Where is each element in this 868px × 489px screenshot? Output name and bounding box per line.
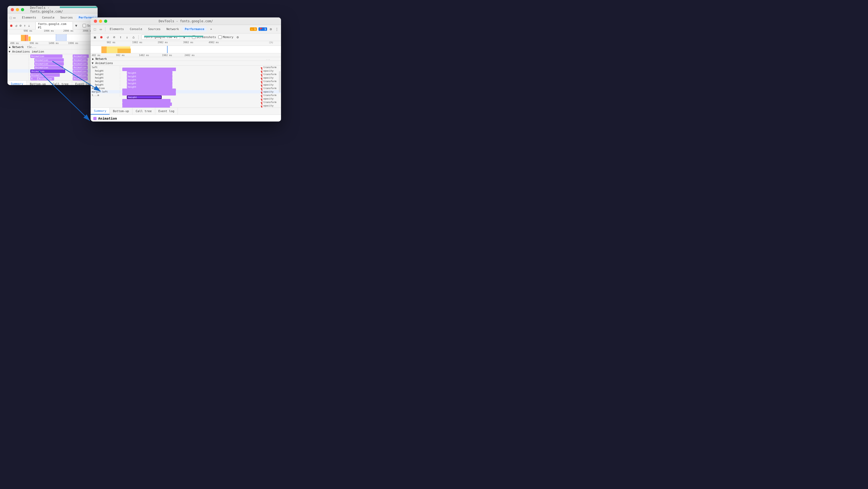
tab-sources[interactable]: Sources [58, 15, 75, 20]
tab-elements[interactable]: Elements [20, 15, 38, 20]
anim-bar-7c[interactable]: Animation [73, 77, 88, 81]
anim-bar-2b[interactable]: Animation [73, 58, 88, 62]
reload-icon[interactable]: ↺ [15, 24, 18, 28]
anim-row2-anim: Animation transform [91, 87, 281, 90]
reload-icon-2[interactable]: ↺ [106, 35, 110, 39]
memory-checkbox-2[interactable]: Memory [218, 35, 234, 39]
cursor-icon[interactable]: ⬚ [10, 16, 12, 20]
anim2-h5[interactable]: height [127, 85, 173, 89]
color-box-2 [93, 117, 96, 120]
flame-2c [118, 49, 131, 53]
animations-header-2[interactable]: ▼ Animations [91, 61, 281, 66]
ruler-mark-2996: 2996 ms [63, 30, 73, 32]
maximize-button-2[interactable] [104, 20, 107, 23]
cpu-label: CPU [269, 41, 273, 44]
left-label-margin: margin-left [92, 90, 108, 93]
close-button-2[interactable] [94, 20, 97, 23]
left-label-h3: height [95, 77, 104, 79]
anim-row-5: Animation Animation [7, 69, 98, 73]
anim-bar-1b[interactable]: Animation [73, 55, 89, 58]
tab-console[interactable]: Console [40, 15, 57, 20]
dropdown-icon[interactable]: ▼ [75, 24, 77, 28]
right-label-1: transform [262, 66, 281, 69]
maximize-button-1[interactable] [21, 8, 24, 11]
tab-eventlog-2[interactable]: Event log [155, 108, 178, 115]
upload-icon-2[interactable]: ↑ [119, 35, 123, 39]
tab-bottomup-1[interactable]: Bottom-up [27, 81, 49, 85]
ruler-1496: 1496 ms [49, 42, 59, 44]
tab-more-2[interactable]: » [208, 27, 214, 32]
anim-bar-6b[interactable]: Animation [73, 73, 88, 77]
anim2-h4[interactable]: height [127, 82, 173, 85]
anim-row-3: Animation Animation [7, 62, 98, 65]
scrollbar[interactable] [279, 71, 280, 93]
download-icon-2[interactable]: ↓ [125, 35, 129, 39]
anim2-h2[interactable]: height [127, 74, 173, 78]
tab-summary-2[interactable]: Summary [91, 108, 110, 115]
anim2-h3[interactable]: height [127, 78, 173, 82]
timeline-ruler-top-2: 982 ms 1982 ms 2982 ms 3982 ms 4982 ms C… [91, 41, 281, 46]
anim-bar-1a[interactable]: Animation [30, 55, 62, 58]
timeline-ruler-top-1: 996 ms 1996 ms 2996 ms 3996 ms [7, 30, 98, 34]
tab-calltree-2[interactable]: Call tree [132, 108, 155, 115]
anim-row2-extra1: opacity [91, 97, 281, 100]
cursor-icon-2[interactable]: ⬚ [93, 27, 97, 31]
minimize-button-2[interactable] [99, 20, 102, 23]
more-icon-2[interactable]: ⋮ [275, 27, 279, 31]
ruler2-982b: 982 ms [116, 54, 125, 57]
tab-network-2[interactable]: Network [164, 27, 181, 32]
right-label-margin: opacity [262, 90, 281, 93]
record-icon-2[interactable]: ⏺ [99, 35, 103, 39]
anim2-extra1[interactable] [122, 99, 170, 102]
anim-bar-2a[interactable]: Animation [34, 58, 64, 62]
devtools-window-2: DevTools - fonts.google.com/ ⬚ ▭ Element… [91, 18, 281, 122]
anim-bar-selected[interactable]: Animation [30, 69, 65, 73]
tab-bottomup-2[interactable]: Bottom-up [110, 108, 132, 115]
settings-icon-3[interactable]: ⚙ [269, 27, 273, 31]
flame-2 [25, 35, 28, 41]
tab-calltree-1[interactable]: Call tree [49, 81, 72, 85]
settings-icon-4[interactable]: ⚙ [236, 35, 240, 39]
close-button-1[interactable] [11, 8, 14, 11]
animations-section: ▼ Animations imation Animation Animation… [7, 49, 98, 81]
anim-bar-3b[interactable]: Animation [73, 62, 88, 65]
anim2-extra3[interactable] [122, 106, 170, 108]
anim-row-6: Animation Animation [7, 73, 98, 77]
clear-icon-2[interactable]: ⊘ [112, 35, 116, 39]
download-icon[interactable]: ↓ [28, 24, 30, 28]
anim2-margin[interactable] [122, 92, 176, 95]
record-icon[interactable]: ⏺ [10, 24, 13, 28]
anim-bar-3a[interactable]: Animation [34, 62, 64, 65]
anim2-tm-selected[interactable]: height [127, 95, 162, 99]
flame-3 [28, 36, 31, 41]
anim-bar-6a[interactable]: Animation [30, 73, 60, 77]
animations-header[interactable]: ▼ Animations imation [7, 49, 98, 54]
anim-bar-5b[interactable]: Animation [73, 69, 88, 73]
panel-icon-2[interactable]: ▣ [93, 35, 97, 39]
anim-bar-7a[interactable]: A...n [30, 77, 38, 81]
anim2-bar-1[interactable] [122, 68, 176, 71]
right-label-h2: transform [262, 73, 281, 75]
anim-bar-4a[interactable]: Animation [34, 66, 63, 69]
anim2-h1[interactable]: height [127, 71, 173, 74]
tab-summary-1[interactable]: Summary [7, 81, 27, 85]
anim2-extra2[interactable] [122, 102, 172, 106]
ruler-mark-996: 996 ms [24, 30, 32, 32]
device-icon[interactable]: ▭ [13, 16, 16, 20]
tab-performance-2[interactable]: Performance [183, 27, 207, 32]
tab-sources-2[interactable]: Sources [146, 27, 162, 32]
anim-row2-h4: height height transform [91, 80, 281, 83]
device-icon-2[interactable]: ▭ [99, 27, 103, 31]
clear-icon[interactable]: ⊘ [20, 24, 22, 28]
anim-bar-4b[interactable]: Animation [73, 66, 88, 69]
minimize-button-1[interactable] [16, 8, 19, 11]
anim-bar-7b[interactable]: Animation [38, 77, 54, 81]
right-label-anim: transform [262, 87, 281, 90]
tab-console-2[interactable]: Console [128, 27, 144, 32]
home-icon[interactable]: ⌂ [131, 35, 136, 39]
upload-icon[interactable]: ↑ [24, 24, 26, 28]
tab-elements-2[interactable]: Elements [107, 27, 126, 32]
anim-row-4: Animation Animation [7, 65, 98, 69]
anim2-anim[interactable] [122, 89, 176, 92]
animation-rows: Animation Animation Animation Animation … [7, 54, 98, 81]
